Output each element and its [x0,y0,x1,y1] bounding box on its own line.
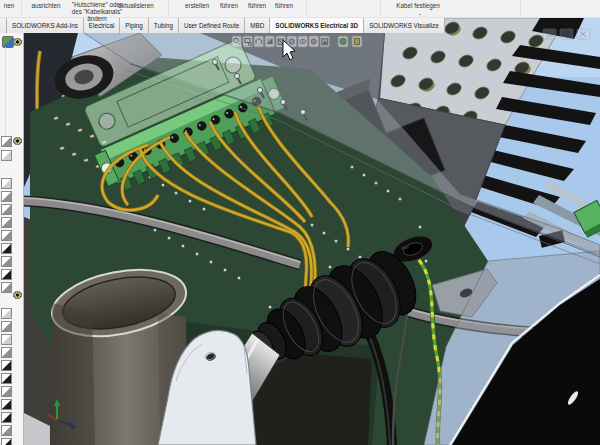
zoom-to-area-icon[interactable] [243,36,253,47]
toolbar-button-partial[interactable]: nen [0,3,18,10]
display-pane-row[interactable] [1,373,13,385]
appearance-triangle-icon [1,269,12,280]
appearance-triangle-icon [1,347,12,358]
pane-divider [5,47,6,137]
display-pane-row[interactable] [1,230,13,242]
appearance-triangle-icon [1,386,12,397]
appearance-triangle-icon [1,282,12,293]
tab-solidworks-electrical-3d[interactable]: SOLIDWORKS Electrical 3D [269,17,364,33]
toolbar-button-aktualisieren[interactable]: aktualisieren [112,3,160,10]
tab-solidworks-visualize[interactable]: SOLIDWORKS Visualize [363,17,445,33]
display-pane-row[interactable] [1,321,13,333]
display-pane-row[interactable] [1,191,13,203]
display-pane-row[interactable] [1,412,13,424]
appearance-triangle-icon [1,334,12,345]
command-toolbar: nen ausrichten "Hutschiene" oder des "Ka… [0,0,600,18]
hide-show-items-icon[interactable] [298,36,308,47]
display-pane-row[interactable] [1,136,13,148]
viewport-3d[interactable] [0,17,600,445]
display-pane-row[interactable] [1,347,13,359]
appearance-triangle-icon [1,178,12,189]
electrical-harness-icon[interactable] [352,36,362,47]
doc-restore-button[interactable] [560,29,573,39]
appearance-triangle-icon [1,360,12,371]
appearance-triangle-icon [1,136,12,147]
display-pane-row[interactable] [1,360,13,372]
previous-view-icon[interactable] [254,36,264,47]
display-pane-row[interactable] [1,386,13,398]
eye-icon[interactable] [12,291,23,299]
tab-user-defined-route[interactable]: User Defined Route [178,17,245,33]
zoom-to-fit-icon[interactable] [232,36,242,47]
toolbar-overflow-dash: - [414,11,426,18]
commandmanager-tabs: SOLIDWORKS Add-Ins Electrical Piping Tub… [0,17,445,33]
appearance-triangle-icon [1,412,12,423]
apply-scene-icon[interactable] [320,36,330,47]
display-pane-row[interactable] [1,269,13,281]
display-pane-strip [0,33,24,445]
display-pane-row[interactable] [1,334,13,346]
eye-icon[interactable] [12,137,23,145]
appearance-triangle-icon [1,373,12,384]
display-pane-row[interactable] [1,178,13,190]
toolbar-separator [306,1,307,15]
toolbar-separator [168,1,169,15]
appearance-triangle-icon [1,204,12,215]
edit-appearance-icon[interactable] [309,36,319,47]
display-pane-row[interactable] [1,399,13,411]
display-pane-row[interactable] [1,282,13,294]
tab-tubing[interactable]: Tubing [148,17,179,33]
display-pane-row[interactable] [1,243,13,255]
document-window-controls [543,29,590,39]
appearance-triangle-icon [1,191,12,202]
toolbar-separator [21,1,22,15]
display-pane-row[interactable] [1,217,13,229]
solidworks-window: nen ausrichten "Hutschiene" oder des "Ka… [0,0,600,445]
appearance-triangle-icon [1,256,12,267]
display-pane-row[interactable] [1,256,13,268]
toolbar-button-erstellen[interactable]: erstellen [180,3,214,10]
doc-close-button[interactable] [577,29,590,39]
toolbar-button-fuehren-3[interactable]: führen [271,3,297,10]
toolbar-button-ausrichten[interactable]: ausrichten [26,3,66,10]
display-pane-row[interactable] [1,204,13,216]
appearance-triangle-icon [1,321,12,332]
toolbar-button-kabel-festlegen[interactable]: Kabel festlegen [388,3,448,10]
appearance-triangle-icon [1,243,12,254]
appearance-triangle-icon [1,399,12,410]
appearance-triangle-icon [1,308,12,319]
appearance-triangle-icon [1,438,12,445]
display-pane-row[interactable] [1,438,13,445]
display-pane-row[interactable] [1,150,13,162]
toolbar-button-fuehren-2[interactable]: führen [244,3,270,10]
appearance-triangle-icon [1,217,12,228]
eye-icon[interactable] [12,38,23,46]
toolbar-separator [520,1,521,15]
toolbar-separator [380,1,381,15]
electrical-route-icon[interactable] [338,36,348,47]
appearance-triangle-icon [1,425,12,436]
doc-minimize-button[interactable] [543,29,556,39]
tab-mbd[interactable]: MBD [244,17,270,33]
display-pane-row[interactable] [1,308,13,320]
toolbar-button-fuehren-1[interactable]: führen [216,3,242,10]
section-view-icon[interactable] [265,36,275,47]
appearance-triangle-icon [1,230,12,241]
display-pane-row[interactable] [1,425,13,437]
appearance-triangle-icon [1,150,12,161]
